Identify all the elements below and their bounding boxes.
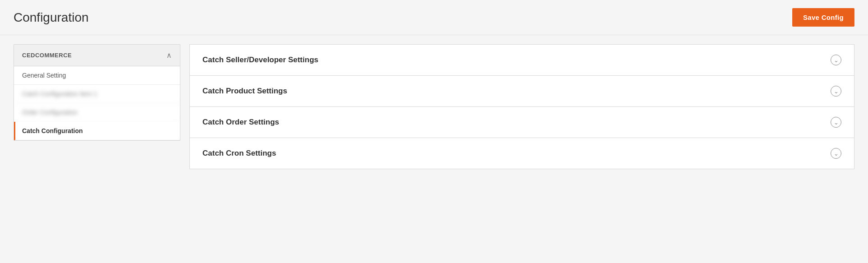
sidebar-item-blurred-2[interactable]: Order Configuration [14, 103, 180, 122]
accordion-label-cron-settings: Catch Cron Settings [202, 149, 276, 158]
sidebar-item-catch-configuration[interactable]: Catch Configuration [14, 122, 180, 140]
accordion-header-product-settings[interactable]: Catch Product Settings ⌄ [190, 76, 854, 106]
accordion-header-cron-settings[interactable]: Catch Cron Settings ⌄ [190, 138, 854, 169]
page-header: Configuration Save Config [0, 0, 868, 35]
accordion-item-cron-settings: Catch Cron Settings ⌄ [190, 138, 854, 169]
sidebar-item-blurred-1[interactable]: Catch Configuration Item 1 [14, 85, 180, 103]
accordion-item-seller-developer-settings: Catch Seller/Developer Settings ⌄ [190, 45, 854, 76]
chevron-down-icon-cron-settings: ⌄ [831, 148, 841, 159]
save-config-button[interactable]: Save Config [792, 8, 854, 27]
accordion-label-seller-developer-settings: Catch Seller/Developer Settings [202, 55, 318, 65]
chevron-down-icon-seller-developer: ⌄ [831, 55, 841, 65]
chevron-up-icon: ∧ [166, 51, 172, 60]
sidebar-item-general-setting[interactable]: General Setting [14, 66, 180, 85]
accordion-header-seller-developer-settings[interactable]: Catch Seller/Developer Settings ⌄ [190, 45, 854, 75]
page-title: Configuration [14, 10, 89, 25]
sidebar-group-label: CEDCOMMERCE [22, 52, 72, 59]
accordion-item-order-settings: Catch Order Settings ⌄ [190, 107, 854, 138]
accordion-label-product-settings: Catch Product Settings [202, 87, 287, 96]
accordion-label-order-settings: Catch Order Settings [202, 118, 279, 127]
chevron-down-icon-product-settings: ⌄ [831, 86, 841, 97]
accordion-header-order-settings[interactable]: Catch Order Settings ⌄ [190, 107, 854, 138]
sidebar-items-list: General Setting Catch Configuration Item… [14, 66, 180, 140]
sidebar-group-header[interactable]: CEDCOMMERCE ∧ [14, 45, 180, 66]
main-content: Catch Seller/Developer Settings ⌄ Catch … [189, 44, 854, 169]
sidebar: CEDCOMMERCE ∧ General Setting Catch Conf… [14, 44, 180, 141]
accordion-item-product-settings: Catch Product Settings ⌄ [190, 76, 854, 107]
content-area: CEDCOMMERCE ∧ General Setting Catch Conf… [0, 35, 868, 252]
chevron-down-icon-order-settings: ⌄ [831, 117, 841, 128]
